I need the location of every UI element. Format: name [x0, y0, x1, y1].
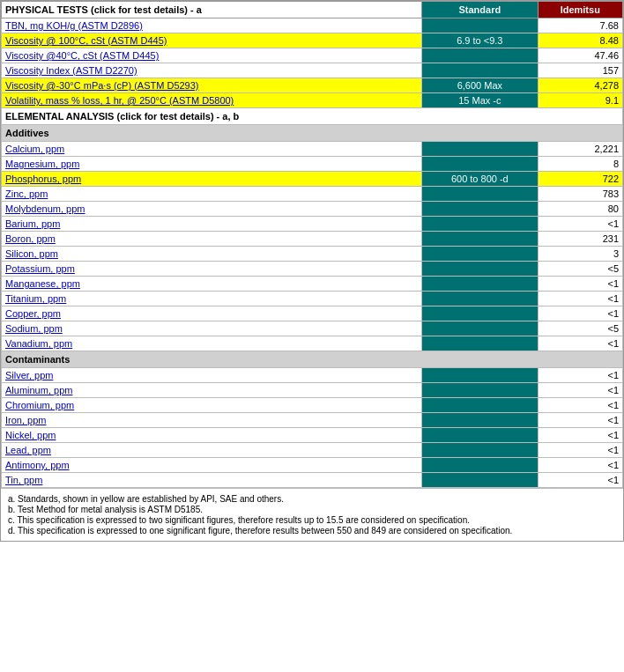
row-label[interactable]: Manganese, ppm [2, 277, 422, 292]
row-label[interactable]: Antimony, ppm [2, 458, 422, 473]
row-link[interactable]: Silicon, ppm [5, 248, 58, 259]
row-label[interactable]: Sodium, ppm [2, 321, 422, 336]
row-label[interactable]: Vanadium, ppm [2, 336, 422, 351]
row-link[interactable]: Viscosity @40°C, cSt (ASTM D445) [5, 50, 159, 61]
row-label[interactable]: Lead, ppm [2, 443, 422, 458]
row-link[interactable]: Boron, ppm [5, 233, 56, 244]
row-label[interactable]: Nickel, ppm [2, 428, 422, 443]
row-label[interactable]: Copper, ppm [2, 306, 422, 321]
standard-value [422, 368, 538, 383]
standard-value: 600 to 800 -d [422, 172, 538, 187]
row-link[interactable]: Manganese, ppm [5, 278, 80, 289]
footnote: d. This specification is expressed to on… [8, 526, 616, 535]
idemitsu-value: <5 [538, 262, 623, 277]
row-link[interactable]: Sodium, ppm [5, 323, 63, 334]
standard-value [422, 306, 538, 321]
row-link[interactable]: Silver, ppm [5, 370, 53, 380]
table-row: Viscosity @-30°C mPa·s (cP) (ASTM D5293)… [2, 78, 623, 93]
row-link[interactable]: Molybdenum, ppm [5, 203, 85, 214]
table-row: Tin, ppm<1 [2, 473, 623, 488]
row-label[interactable]: Calcium, ppm [2, 142, 422, 157]
row-label[interactable]: Aluminum, ppm [2, 383, 422, 398]
standard-value [422, 157, 538, 172]
row-link[interactable]: Aluminum, ppm [5, 385, 72, 395]
table-row: TBN, mg KOH/g (ASTM D2896)7.68 [2, 18, 623, 33]
table-row: Silver, ppm<1 [2, 368, 623, 383]
idemitsu-value: <5 [538, 321, 623, 336]
footnote: a. Standards, shown in yellow are establ… [8, 494, 616, 504]
standard-value [422, 217, 538, 232]
row-link[interactable]: Viscosity @ 100°C, cSt (ASTM D445) [5, 35, 167, 46]
standard-header: Standard [422, 2, 538, 18]
main-container: PHYSICAL TESTS (click for test details) … [0, 0, 624, 542]
table-row: Chromium, ppm<1 [2, 398, 623, 413]
idemitsu-header: Idemitsu [538, 2, 623, 18]
idemitsu-value: <1 [538, 458, 623, 473]
row-link[interactable]: Nickel, ppm [5, 430, 56, 440]
row-label[interactable]: Viscosity @40°C, cSt (ASTM D445) [2, 48, 422, 63]
row-link[interactable]: Volatility, mass % loss, 1 hr, @ 250°C (… [5, 95, 234, 106]
idemitsu-value: <1 [538, 277, 623, 292]
idemitsu-value: <1 [538, 383, 623, 398]
data-table: PHYSICAL TESTS (click for test details) … [1, 1, 623, 488]
row-link[interactable]: Titanium, ppm [5, 293, 66, 304]
idemitsu-value: <1 [538, 336, 623, 351]
row-link[interactable]: Tin, ppm [5, 475, 42, 485]
table-row: Lead, ppm<1 [2, 443, 623, 458]
row-link[interactable]: Iron, ppm [5, 415, 46, 425]
row-link[interactable]: Potassium, ppm [5, 263, 75, 274]
section-header: Contaminants [2, 351, 623, 368]
row-link[interactable]: Viscosity @-30°C mPa·s (cP) (ASTM D5293) [5, 80, 199, 91]
row-label[interactable]: Chromium, ppm [2, 398, 422, 413]
footnote: b. Test Method for metal analysis is AST… [8, 505, 616, 514]
row-label[interactable]: Boron, ppm [2, 232, 422, 247]
row-label[interactable]: Barium, ppm [2, 217, 422, 232]
row-label[interactable]: Silver, ppm [2, 368, 422, 383]
row-link[interactable]: Copper, ppm [5, 308, 61, 319]
idemitsu-value: 7.68 [538, 18, 623, 33]
row-link[interactable]: Calcium, ppm [5, 144, 64, 154]
row-link[interactable]: Zinc, ppm [5, 188, 48, 199]
idemitsu-value: 2,221 [538, 142, 623, 157]
table-row: Potassium, ppm<5 [2, 262, 623, 277]
row-label[interactable]: Titanium, ppm [2, 292, 422, 306]
footnotes-section: a. Standards, shown in yellow are establ… [1, 488, 623, 541]
standard-value [422, 473, 538, 488]
row-label[interactable]: Iron, ppm [2, 413, 422, 428]
table-row: Viscosity @40°C, cSt (ASTM D445)47.46 [2, 48, 623, 63]
row-link[interactable]: Vanadium, ppm [5, 338, 72, 349]
row-label[interactable]: Magnesium, ppm [2, 157, 422, 172]
row-label[interactable]: Volatility, mass % loss, 1 hr, @ 250°C (… [2, 93, 422, 108]
row-label[interactable]: Viscosity Index (ASTM D2270) [2, 63, 422, 78]
physical-tests-header: PHYSICAL TESTS (click for test details) … [2, 2, 422, 18]
idemitsu-value: <1 [538, 368, 623, 383]
row-label[interactable]: Viscosity @ 100°C, cSt (ASTM D445) [2, 33, 422, 48]
row-label[interactable]: Viscosity @-30°C mPa·s (cP) (ASTM D5293) [2, 78, 422, 93]
row-link[interactable]: Chromium, ppm [5, 400, 74, 410]
section-header: Additives [2, 125, 623, 142]
row-link[interactable]: Phosphorus, ppm [5, 174, 81, 184]
row-label[interactable]: Phosphorus, ppm [2, 172, 422, 187]
row-link[interactable]: Magnesium, ppm [5, 159, 79, 169]
table-row: Volatility, mass % loss, 1 hr, @ 250°C (… [2, 93, 623, 108]
row-label[interactable]: Molybdenum, ppm [2, 202, 422, 217]
row-link[interactable]: TBN, mg KOH/g (ASTM D2896) [5, 20, 143, 31]
idemitsu-value: <1 [538, 292, 623, 306]
row-link[interactable]: Antimony, ppm [5, 460, 70, 470]
row-link[interactable]: Lead, ppm [5, 445, 51, 455]
row-link[interactable]: Barium, ppm [5, 218, 60, 229]
table-row: Iron, ppm<1 [2, 413, 623, 428]
standard-value: 15 Max -c [422, 93, 538, 108]
standard-value [422, 398, 538, 413]
standard-value [422, 321, 538, 336]
row-label[interactable]: Silicon, ppm [2, 247, 422, 262]
row-label[interactable]: Potassium, ppm [2, 262, 422, 277]
row-label[interactable]: Tin, ppm [2, 473, 422, 488]
section-header-row: Contaminants [2, 351, 623, 368]
standard-value [422, 247, 538, 262]
table-row: Boron, ppm231 [2, 232, 623, 247]
row-link[interactable]: Viscosity Index (ASTM D2270) [5, 65, 137, 76]
row-label[interactable]: Zinc, ppm [2, 187, 422, 202]
standard-value [422, 262, 538, 277]
row-label[interactable]: TBN, mg KOH/g (ASTM D2896) [2, 18, 422, 33]
